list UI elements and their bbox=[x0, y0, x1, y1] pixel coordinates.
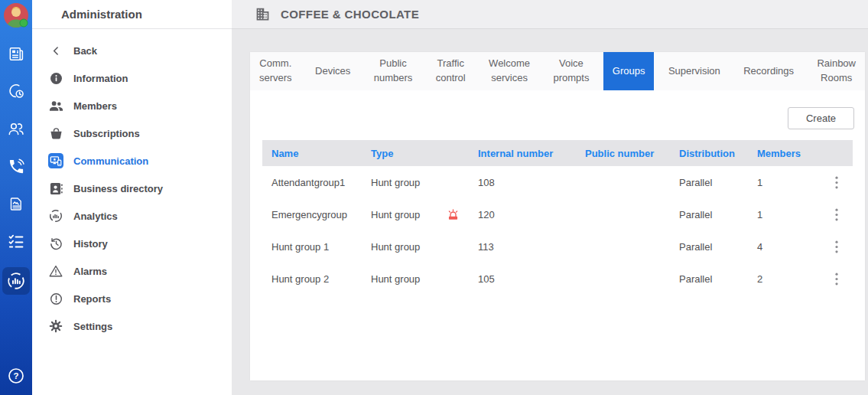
tab-recordings[interactable]: Recordings bbox=[734, 52, 803, 90]
cell-internal-number: 105 bbox=[469, 273, 576, 285]
column-header-name[interactable]: Name bbox=[262, 148, 362, 159]
company-header: COFFEE & CHOCOLATE bbox=[232, 0, 868, 29]
avatar-image bbox=[3, 2, 29, 28]
tab-bar: Comm. servers Devices Public numbers Tra… bbox=[250, 52, 865, 90]
sidebar-item-subscriptions[interactable]: Subscriptions bbox=[32, 119, 232, 147]
main-area: COFFEE & CHOCOLATE Comm. servers Devices… bbox=[232, 0, 868, 395]
analytics-rail-icon[interactable] bbox=[2, 267, 30, 295]
admin-menu: Back Information Members bbox=[32, 29, 232, 340]
rail-icon-stack bbox=[2, 42, 30, 295]
table-toolbar: Create bbox=[250, 90, 865, 140]
row-menu-button[interactable] bbox=[821, 176, 853, 189]
sidebar-item-analytics[interactable]: Analytics bbox=[32, 202, 232, 230]
cell-distribution: Parallel bbox=[670, 241, 748, 253]
bulletin-icon[interactable] bbox=[4, 42, 28, 65]
sidebar-item-history[interactable]: History bbox=[32, 230, 232, 257]
row-menu-button[interactable] bbox=[821, 273, 853, 286]
help-icon[interactable]: ? bbox=[4, 364, 28, 387]
tab-traffic-control[interactable]: Traffic control bbox=[427, 52, 475, 90]
sidebar-header: Administration bbox=[32, 0, 232, 29]
gear-icon bbox=[47, 319, 64, 333]
sidebar-item-alarms[interactable]: Alarms bbox=[32, 257, 232, 285]
cell-internal-number: 108 bbox=[469, 177, 576, 188]
app-icon-rail: ? bbox=[0, 0, 32, 395]
files-icon[interactable] bbox=[4, 192, 28, 215]
members-icon bbox=[47, 100, 64, 112]
communication-card: Comm. servers Devices Public numbers Tra… bbox=[250, 52, 865, 380]
sidebar-item-information[interactable]: Information bbox=[32, 64, 232, 92]
cell-type: Hunt group bbox=[362, 177, 469, 188]
cell-name: Attendantgroup1 bbox=[262, 177, 362, 188]
warning-triangle-icon bbox=[47, 265, 64, 277]
calls-icon[interactable] bbox=[4, 155, 28, 178]
sidebar-item-back[interactable]: Back bbox=[32, 37, 232, 64]
sidebar-item-members[interactable]: Members bbox=[32, 92, 232, 119]
sidebar-item-settings[interactable]: Settings bbox=[32, 312, 232, 340]
call-history-icon[interactable] bbox=[4, 80, 28, 103]
column-header-members[interactable]: Members bbox=[748, 148, 821, 159]
create-button[interactable]: Create bbox=[788, 107, 854, 129]
tab-rainbow-rooms[interactable]: Rainbow Rooms bbox=[808, 52, 865, 90]
company-name: COFFEE & CHOCOLATE bbox=[281, 8, 419, 21]
svg-text:?: ? bbox=[13, 371, 18, 380]
column-header-public-number[interactable]: Public number bbox=[576, 148, 670, 159]
cell-members: 1 bbox=[748, 177, 821, 188]
emergency-alarm-icon bbox=[447, 208, 460, 221]
sidebar-title: Administration bbox=[61, 8, 142, 21]
row-menu-button[interactable] bbox=[821, 240, 853, 253]
kebab-menu-icon bbox=[835, 208, 838, 221]
cell-distribution: Parallel bbox=[670, 273, 748, 285]
chevron-left-icon bbox=[47, 46, 64, 56]
cell-name: Hunt group 2 bbox=[262, 273, 362, 285]
building-icon bbox=[255, 6, 271, 22]
table-row[interactable]: Emergencygroup Hunt group 120 bbox=[262, 198, 853, 230]
sidebar-item-reports[interactable]: Reports bbox=[32, 285, 232, 312]
basket-icon bbox=[47, 127, 64, 139]
cell-type: Hunt group bbox=[362, 273, 469, 285]
cell-members: 4 bbox=[748, 241, 821, 253]
cell-internal-number: 113 bbox=[469, 241, 576, 253]
tab-welcome-services[interactable]: Welcome services bbox=[480, 52, 539, 90]
content-area: Comm. servers Devices Public numbers Tra… bbox=[232, 29, 868, 395]
communication-icon bbox=[47, 153, 64, 168]
contacts-icon[interactable] bbox=[4, 117, 28, 140]
tab-supervision[interactable]: Supervision bbox=[659, 52, 730, 90]
tab-comm-servers[interactable]: Comm. servers bbox=[250, 52, 301, 90]
table-header-row: Name Type Internal number Public number … bbox=[262, 140, 853, 166]
analytics-donut-icon bbox=[47, 209, 64, 223]
sidebar-item-communication[interactable]: Communication bbox=[32, 147, 232, 175]
table-row[interactable]: Attendantgroup1 Hunt group 108 Parallel … bbox=[262, 166, 853, 198]
cell-distribution: Parallel bbox=[670, 209, 748, 220]
info-icon bbox=[47, 72, 64, 85]
history-clock-icon bbox=[47, 237, 64, 250]
column-header-type[interactable]: Type bbox=[362, 148, 469, 159]
column-header-distribution[interactable]: Distribution bbox=[670, 148, 748, 159]
table-row[interactable]: Hunt group 1 Hunt group 113 Parallel 4 bbox=[262, 230, 853, 263]
tab-public-numbers[interactable]: Public numbers bbox=[365, 52, 422, 90]
admin-sidebar: Administration Back Information Membe bbox=[32, 0, 232, 395]
row-menu-button[interactable] bbox=[821, 208, 853, 221]
tab-devices[interactable]: Devices bbox=[306, 52, 359, 90]
groups-table: Name Type Internal number Public number … bbox=[262, 140, 853, 295]
address-book-icon bbox=[47, 182, 64, 195]
cell-internal-number: 120 bbox=[469, 209, 576, 220]
kebab-menu-icon bbox=[835, 176, 838, 189]
tab-voice-prompts[interactable]: Voice prompts bbox=[544, 52, 598, 90]
tab-groups[interactable]: Groups bbox=[603, 52, 655, 90]
tasks-icon[interactable] bbox=[4, 230, 28, 253]
exclamation-circle-icon bbox=[47, 292, 64, 305]
kebab-menu-icon bbox=[835, 273, 838, 286]
user-avatar[interactable] bbox=[3, 2, 29, 28]
cell-type: Hunt group bbox=[362, 241, 469, 253]
cell-name: Hunt group 1 bbox=[262, 241, 362, 253]
cell-members: 1 bbox=[748, 209, 821, 220]
cell-name: Emergencygroup bbox=[262, 209, 362, 220]
cell-type: Hunt group bbox=[362, 208, 469, 221]
sidebar-item-business-directory[interactable]: Business directory bbox=[32, 175, 232, 202]
table-row[interactable]: Hunt group 2 Hunt group 105 Parallel 2 bbox=[262, 263, 853, 295]
cell-distribution: Parallel bbox=[670, 177, 748, 188]
column-header-internal-number[interactable]: Internal number bbox=[469, 148, 576, 159]
kebab-menu-icon bbox=[835, 240, 838, 253]
cell-members: 2 bbox=[748, 273, 821, 285]
